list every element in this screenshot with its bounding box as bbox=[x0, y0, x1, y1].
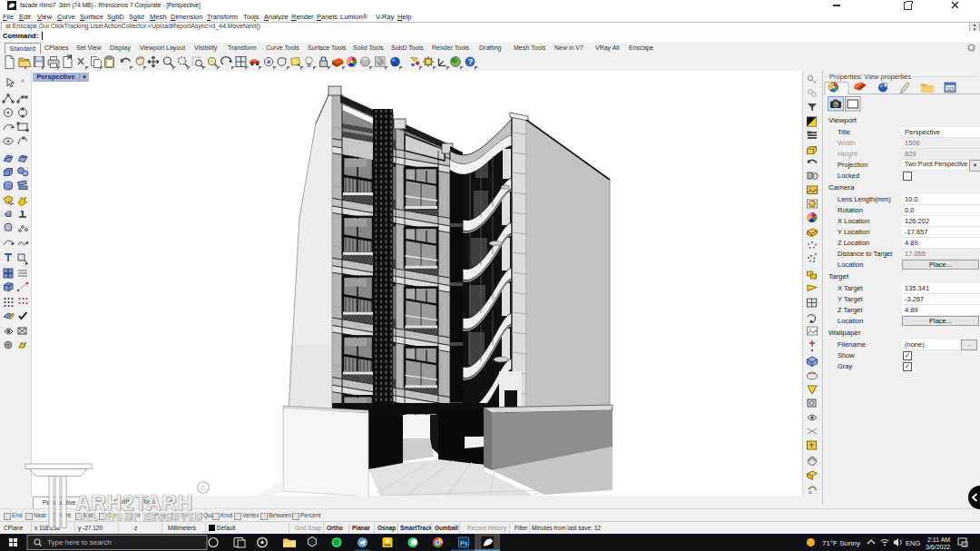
svg-text:ENG: ENG bbox=[906, 539, 920, 547]
svg-text:Ps: Ps bbox=[460, 540, 468, 546]
svg-text:19: 19 bbox=[963, 543, 968, 547]
svg-text:C: C bbox=[201, 484, 206, 492]
svg-text:2:11 AM: 2:11 AM bbox=[927, 536, 950, 543]
svg-text:71°F Sunny: 71°F Sunny bbox=[822, 539, 860, 547]
svg-text:»: » bbox=[808, 489, 812, 496]
svg-text:123: 123 bbox=[946, 86, 955, 92]
svg-text:ALL RIGHT RESERVED: ALL RIGHT RESERVED bbox=[78, 512, 203, 522]
svg-text:Type here to search: Type here to search bbox=[47, 538, 112, 546]
svg-text:?: ? bbox=[468, 57, 474, 66]
svg-text:3/6/2022: 3/6/2022 bbox=[926, 544, 950, 550]
